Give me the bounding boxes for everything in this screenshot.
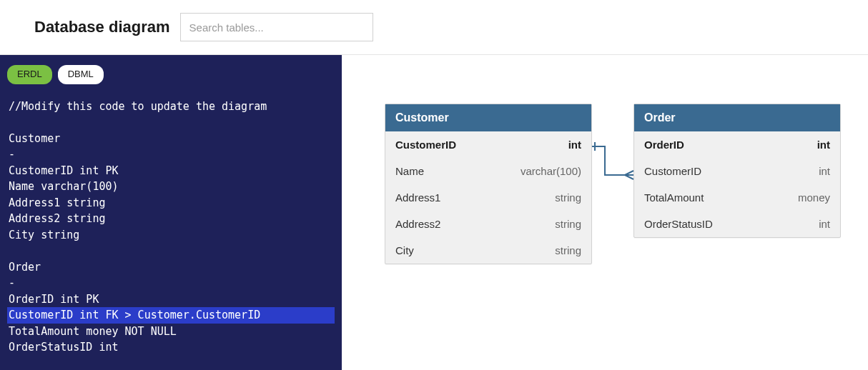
column-name: OrderStatusID <box>644 218 713 230</box>
table-row[interactable]: CustomerIDint <box>634 158 840 184</box>
diagram-canvas[interactable]: CustomerCustomerIDintNamevarchar(100)Add… <box>342 55 868 370</box>
tab-dbml[interactable]: DBML <box>58 65 104 84</box>
column-type: string <box>555 191 581 204</box>
code-line[interactable]: City string <box>7 227 335 244</box>
table-header[interactable]: Order <box>634 104 840 131</box>
editor-tabs: ERDLDBML <box>7 65 335 84</box>
code-line[interactable]: Address2 string <box>7 211 335 227</box>
code-line[interactable]: - <box>7 146 335 163</box>
column-name: Address2 <box>395 218 440 230</box>
column-name: OrderID <box>644 139 684 151</box>
table-row[interactable]: OrderIDint <box>634 131 840 158</box>
code-body[interactable]: //Modify this code to update the diagram… <box>7 99 335 356</box>
code-line[interactable]: Customer <box>7 131 335 147</box>
code-line[interactable]: OrderStatusID int <box>7 339 335 356</box>
table-order[interactable]: OrderOrderIDintCustomerIDintTotalAmountm… <box>633 104 841 238</box>
column-type: int <box>819 218 830 230</box>
main: ERDLDBML //Modify this code to update th… <box>0 55 868 370</box>
table-row[interactable]: TotalAmountmoney <box>634 184 840 211</box>
column-type: string <box>555 244 581 256</box>
table-row[interactable]: Citystring <box>385 237 591 264</box>
column-name: Name <box>395 165 424 177</box>
table-row[interactable]: Address2string <box>385 211 591 237</box>
table-row[interactable]: Namevarchar(100) <box>385 158 591 184</box>
table-row[interactable]: Address1string <box>385 184 591 211</box>
code-line[interactable] <box>7 243 335 259</box>
column-name: City <box>395 244 414 256</box>
code-line[interactable]: - <box>7 275 335 291</box>
code-line[interactable]: Address1 string <box>7 195 335 211</box>
column-type: int <box>817 139 830 151</box>
column-name: TotalAmount <box>644 191 704 204</box>
table-header[interactable]: Customer <box>385 104 591 131</box>
code-line[interactable]: CustomerID int FK > Customer.CustomerID <box>7 307 335 324</box>
table-row[interactable]: OrderStatusIDint <box>634 211 840 237</box>
column-type: int <box>568 139 581 151</box>
page-title: Database diagram <box>34 18 170 36</box>
column-type: money <box>798 191 830 204</box>
column-type: int <box>819 165 830 177</box>
code-line[interactable]: CustomerID int PK <box>7 163 335 179</box>
code-editor[interactable]: ERDLDBML //Modify this code to update th… <box>0 55 342 370</box>
table-customer[interactable]: CustomerCustomerIDintNamevarchar(100)Add… <box>385 104 592 264</box>
code-line[interactable] <box>7 114 335 131</box>
topbar: Database diagram <box>0 0 868 55</box>
column-name: CustomerID <box>395 139 456 151</box>
code-line[interactable]: //Modify this code to update the diagram <box>7 99 335 115</box>
column-type: varchar(100) <box>521 165 581 177</box>
column-name: CustomerID <box>644 165 701 177</box>
code-line[interactable]: Name varchar(100) <box>7 179 335 195</box>
search-input[interactable] <box>180 13 373 41</box>
column-name: Address1 <box>395 191 440 204</box>
column-type: string <box>555 218 581 230</box>
tab-erdl[interactable]: ERDL <box>7 65 52 84</box>
table-row[interactable]: CustomerIDint <box>385 131 591 158</box>
code-line[interactable]: Order <box>7 259 335 276</box>
code-line[interactable]: OrderID int PK <box>7 291 335 308</box>
code-line[interactable]: TotalAmount money NOT NULL <box>7 324 335 340</box>
